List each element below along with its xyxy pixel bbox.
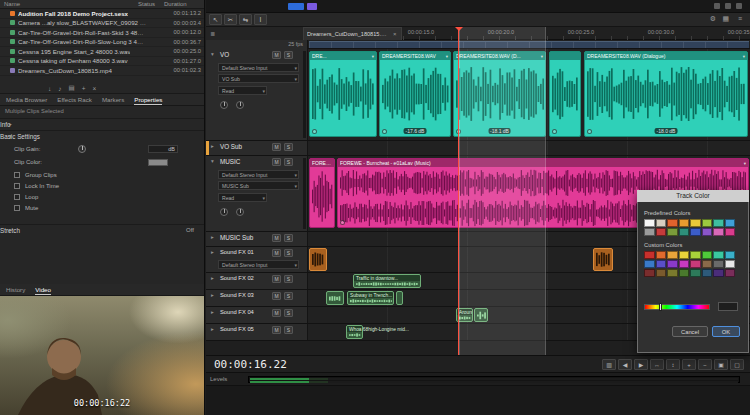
hue-value-field[interactable] xyxy=(718,302,738,311)
color-swatch[interactable] xyxy=(679,269,690,277)
file-row[interactable]: Camera ...aly slow_BLASTWAVEFX_09092 480… xyxy=(0,19,204,29)
clip-gain-value[interactable]: dB xyxy=(148,145,178,153)
color-swatch[interactable] xyxy=(644,219,655,227)
track-header-music[interactable]: ▾ MUSIC M S Default Stereo Input▾ MUSIC … xyxy=(206,156,308,231)
input-selector[interactable]: Default Stereo Input▾ xyxy=(218,260,299,269)
zoom-in-icon[interactable]: + xyxy=(682,359,696,370)
color-swatch[interactable] xyxy=(713,269,724,277)
audio-clip[interactable]: Whoa 68high-Longine mid... xyxy=(346,325,363,339)
panel-icon[interactable]: ▢ xyxy=(730,359,744,370)
track-header-fx3[interactable]: ▸ Sound FX 03 M S xyxy=(206,290,308,306)
workspace-button-purple[interactable] xyxy=(307,3,317,10)
mute-button[interactable]: M xyxy=(272,309,281,317)
add-icon[interactable]: + xyxy=(82,85,86,92)
chevron-right-icon[interactable]: ▸ xyxy=(211,143,214,149)
tab-history[interactable]: History xyxy=(6,285,25,294)
dialog-title[interactable]: Track Color xyxy=(637,190,749,202)
fade-handle[interactable] xyxy=(552,129,557,134)
chevron-right-icon[interactable]: ▸ xyxy=(211,249,214,255)
audio-clip[interactable]: DREAMERSITE08.WAV▾ -17.6 dB xyxy=(379,51,451,137)
col-status[interactable]: Status xyxy=(138,1,155,7)
col-duration[interactable]: Duration xyxy=(164,1,187,7)
color-swatch[interactable] xyxy=(667,228,678,236)
track-header-fx4[interactable]: ▸ Sound FX 04 M S xyxy=(206,307,308,323)
chevron-right-icon[interactable]: ▸ xyxy=(211,326,214,332)
solo-button[interactable]: S xyxy=(284,158,293,166)
panel-icon[interactable]: ▥ xyxy=(602,359,616,370)
color-swatch[interactable] xyxy=(725,251,736,259)
scroll-right-icon[interactable]: ▶ xyxy=(634,359,648,370)
color-swatch[interactable] xyxy=(656,260,667,268)
audio-clip[interactable] xyxy=(396,291,403,305)
chevron-down-icon[interactable]: ▾ xyxy=(211,158,214,164)
color-swatch[interactable] xyxy=(644,228,655,236)
solo-button[interactable]: S xyxy=(284,143,293,151)
tab-markers[interactable]: Markers xyxy=(102,95,124,104)
solo-button[interactable]: S xyxy=(284,234,293,242)
fade-handle[interactable] xyxy=(312,129,317,134)
volume-knob[interactable] xyxy=(220,208,228,216)
color-swatch[interactable] xyxy=(690,219,701,227)
color-swatch[interactable] xyxy=(679,228,690,236)
automation-mode-selector[interactable]: Read▾ xyxy=(218,193,267,202)
file-row[interactable]: Car-Tire-Off-Gravel-Dirt-Roll-Slow-Long … xyxy=(0,38,204,48)
color-swatch[interactable] xyxy=(667,251,678,259)
audio-clip[interactable]: DRE...▾ xyxy=(309,51,377,137)
color-swatch[interactable] xyxy=(656,228,667,236)
color-swatch[interactable] xyxy=(713,228,724,236)
color-swatch[interactable] xyxy=(644,251,655,259)
tab-video[interactable]: Video xyxy=(35,285,51,295)
color-swatch[interactable] xyxy=(690,260,701,268)
input-selector[interactable]: Default Stereo Input▾ xyxy=(218,170,299,179)
clip-color-swatch[interactable] xyxy=(148,159,168,166)
color-swatch[interactable] xyxy=(667,269,678,277)
color-swatch[interactable] xyxy=(713,260,724,268)
fade-handle[interactable] xyxy=(587,129,592,134)
mute-button[interactable]: M xyxy=(272,275,281,283)
lock-in-time-checkbox[interactable] xyxy=(14,183,20,189)
mute-button[interactable]: M xyxy=(272,249,281,257)
import-icon[interactable]: ↓ xyxy=(48,85,51,92)
col-name[interactable]: Name xyxy=(4,1,20,7)
mute-button[interactable]: M xyxy=(272,158,281,166)
window-icon[interactable] xyxy=(725,3,731,9)
chevron-down-icon[interactable]: ▾ xyxy=(211,51,214,57)
pan-knob[interactable] xyxy=(236,208,244,216)
track-header-vo[interactable]: ▾ VO M S Default Stereo Input▾ VO Sub▾ R… xyxy=(206,49,308,140)
color-swatch[interactable] xyxy=(679,219,690,227)
audio-clip[interactable] xyxy=(309,248,327,271)
section-info[interactable]: ▸ Info xyxy=(0,118,204,129)
mute-checkbox[interactable] xyxy=(14,205,20,211)
track-header-vo-sub[interactable]: ▸ VO Sub M S xyxy=(206,141,308,155)
ok-button[interactable]: OK xyxy=(712,326,740,337)
color-swatch[interactable] xyxy=(725,219,736,227)
audio-clip[interactable] xyxy=(326,291,344,305)
track-header-fx1[interactable]: ▸ Sound FX 01 M S Default Stereo Input▾ xyxy=(206,247,308,272)
cancel-button[interactable]: Cancel xyxy=(672,326,708,337)
color-swatch[interactable] xyxy=(702,228,713,236)
color-swatch[interactable] xyxy=(702,269,713,277)
color-swatch[interactable] xyxy=(702,251,713,259)
hue-slider[interactable] xyxy=(644,304,710,310)
panel-icon[interactable]: ▣ xyxy=(714,359,728,370)
slip-tool-icon[interactable]: ⇆ xyxy=(239,14,252,25)
file-row[interactable]: Cessna taking off Denham 48000 3.wav00:0… xyxy=(0,57,204,67)
tab-media-browser[interactable]: Media Browser xyxy=(6,95,47,104)
color-swatch[interactable] xyxy=(644,269,655,277)
track-header-music-sub[interactable]: ▸ MUSIC Sub M S xyxy=(206,232,308,246)
hue-slider-thumb[interactable] xyxy=(659,303,662,311)
file-row[interactable]: Audition Fall 2018 Demo Project.sesx00:0… xyxy=(0,9,204,19)
color-swatch[interactable] xyxy=(656,251,667,259)
color-swatch[interactable] xyxy=(644,260,655,268)
track-header-fx2[interactable]: ▸ Sound FX 02 M S xyxy=(206,273,308,289)
window-icon[interactable] xyxy=(736,3,742,9)
mute-button[interactable]: M xyxy=(272,326,281,334)
color-swatch[interactable] xyxy=(690,269,701,277)
pan-knob[interactable] xyxy=(236,101,244,109)
volume-knob[interactable] xyxy=(220,101,228,109)
fade-handle[interactable] xyxy=(340,220,345,225)
close-icon[interactable]: × xyxy=(393,31,397,37)
panel-menu-icon[interactable]: ≣ xyxy=(210,30,215,37)
audio-clip[interactable] xyxy=(593,248,613,271)
mute-button[interactable]: M xyxy=(272,51,281,59)
